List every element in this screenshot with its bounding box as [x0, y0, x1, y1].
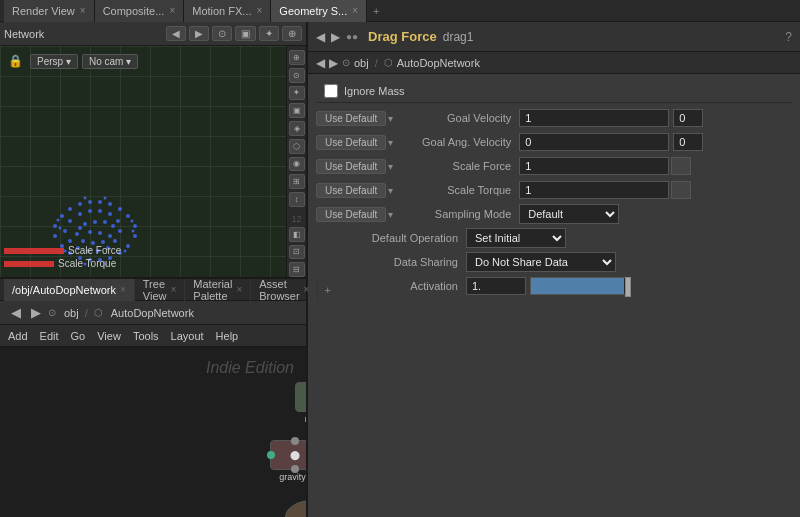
scale-force-input[interactable]: [519, 157, 669, 175]
svg-point-33: [63, 229, 67, 233]
scale-torque-slider[interactable]: [671, 181, 691, 199]
use-default-btn-2[interactable]: Use Default: [316, 159, 386, 174]
net-tab-close-2[interactable]: ×: [236, 284, 242, 295]
view-btn-4[interactable]: ⊕: [282, 26, 302, 41]
lock-icon[interactable]: 🔒: [8, 54, 23, 68]
data-sharing-select[interactable]: Do Not Share Data Share Data: [466, 252, 616, 272]
sampling-mode-select[interactable]: Default Per Step Per Substep: [519, 204, 619, 224]
node-merge1[interactable]: ▽ merge1: [295, 382, 306, 424]
svg-point-51: [124, 250, 127, 253]
goal-ang-velocity-right[interactable]: [673, 133, 703, 151]
goal-ang-velocity-row: Use Default ▾ Goal Ang. Velocity: [316, 131, 792, 153]
tab-close-geometry[interactable]: ×: [352, 5, 358, 16]
svg-point-25: [116, 219, 120, 223]
menu-view[interactable]: View: [97, 330, 121, 342]
svg-point-55: [104, 197, 107, 200]
goal-velocity-label: Goal Velocity: [399, 112, 519, 124]
default-arrow-1[interactable]: ▾: [388, 137, 393, 148]
net-tab-tree[interactable]: Tree View ×: [135, 279, 186, 301]
side-icon-5[interactable]: ◈: [289, 121, 305, 136]
tab-composite[interactable]: Composite... ×: [95, 0, 185, 22]
scale-torque-input[interactable]: [519, 181, 669, 199]
nav-btn-2[interactable]: ▶: [189, 26, 209, 41]
viewport-3d: 🔒 Persp ▾ No cam ▾: [0, 46, 306, 277]
menu-go[interactable]: Go: [71, 330, 86, 342]
bottom-section: /obj/AutoDopNetwork × Tree View × Materi…: [0, 277, 306, 517]
persp-btn[interactable]: Persp ▾: [30, 54, 78, 69]
side-icon-8[interactable]: ⊞: [289, 174, 305, 189]
ignore-mass-checkbox[interactable]: [324, 84, 338, 98]
svg-point-45: [98, 231, 102, 235]
sampling-mode-label: Sampling Mode: [399, 208, 519, 220]
menu-layout[interactable]: Layout: [171, 330, 204, 342]
side-icon-1[interactable]: ⊕: [289, 50, 305, 65]
nav-btn-1[interactable]: ◀: [166, 26, 186, 41]
net-forward-btn[interactable]: ▶: [28, 305, 44, 320]
goal-velocity-right[interactable]: [673, 109, 703, 127]
menu-edit[interactable]: Edit: [40, 330, 59, 342]
net-back-btn[interactable]: ◀: [8, 305, 24, 320]
net-tab-add[interactable]: +: [318, 284, 336, 296]
use-default-btn-1[interactable]: Use Default: [316, 135, 386, 150]
scale-torque-default: Use Default ▾: [316, 183, 393, 198]
tab-render-view[interactable]: Render View ×: [4, 0, 95, 22]
node-output[interactable]: ⚙ output: [285, 500, 306, 517]
svg-point-6: [108, 202, 112, 206]
default-arrow-3[interactable]: ▾: [388, 185, 393, 196]
tab-motion-fx[interactable]: Motion FX... ×: [184, 0, 271, 22]
default-operation-row: Default Operation Set Initial Set Always: [316, 227, 792, 249]
no-cam-btn[interactable]: No cam ▾: [82, 54, 138, 69]
props-back-btn[interactable]: ◀: [316, 30, 325, 44]
net-tab-asset[interactable]: Asset Browser ×: [251, 279, 318, 301]
side-icon-2[interactable]: ⊙: [289, 68, 305, 83]
view-btn-3[interactable]: ✦: [259, 26, 279, 41]
default-arrow-4[interactable]: ▾: [388, 209, 393, 220]
props-title: Drag Force: [368, 29, 437, 44]
side-icon-4[interactable]: ▣: [289, 103, 305, 118]
canvas-num: 12: [291, 214, 301, 224]
parameters-area: Ignore Mass Use Default ▾ Goal Velocity …: [308, 74, 800, 517]
tab-add-button[interactable]: +: [367, 5, 385, 17]
use-default-btn-0[interactable]: Use Default: [316, 111, 386, 126]
side-icon-12[interactable]: ⊟: [289, 262, 305, 277]
tab-geometry[interactable]: Geometry S... ×: [271, 0, 367, 22]
net-tab-material[interactable]: Material Palette ×: [185, 279, 251, 301]
side-icon-7[interactable]: ◉: [289, 157, 305, 172]
net-tab-autodop[interactable]: /obj/AutoDopNetwork ×: [4, 279, 135, 301]
net-tab-close-3[interactable]: ×: [304, 284, 310, 295]
props-toolbar-back[interactable]: ◀: [316, 56, 325, 70]
side-icon-3[interactable]: ✦: [289, 86, 305, 101]
view-btn-2[interactable]: ▣: [235, 26, 256, 41]
default-arrow-0[interactable]: ▾: [388, 113, 393, 124]
use-default-btn-4[interactable]: Use Default: [316, 207, 386, 222]
node-gravity1[interactable]: ⬤ gravity1: [270, 440, 306, 482]
side-icon-9[interactable]: ↕: [289, 192, 305, 207]
side-icon-6[interactable]: ⬡: [289, 139, 305, 154]
tab-close-render[interactable]: ×: [80, 5, 86, 16]
activation-input[interactable]: [466, 277, 526, 295]
activation-slider[interactable]: [530, 277, 630, 295]
goal-ang-velocity-input[interactable]: [519, 133, 669, 151]
side-icon-11[interactable]: ⊡: [289, 245, 305, 260]
gravity1-output-bottom: [291, 465, 299, 473]
goal-velocity-input[interactable]: [519, 109, 669, 127]
menu-help[interactable]: Help: [216, 330, 239, 342]
scale-force-slider[interactable]: [671, 157, 691, 175]
props-help-btn[interactable]: ?: [785, 30, 792, 44]
view-btn-1[interactable]: ⊙: [212, 26, 232, 41]
net-tab-close-0[interactable]: ×: [120, 284, 126, 295]
props-forward-btn[interactable]: ▶: [331, 30, 340, 44]
default-arrow-2[interactable]: ▾: [388, 161, 393, 172]
activation-slider-handle[interactable]: [625, 277, 631, 297]
tab-close-motion[interactable]: ×: [257, 5, 263, 16]
tab-close-composite[interactable]: ×: [169, 5, 175, 16]
default-operation-select[interactable]: Set Initial Set Always: [466, 228, 566, 248]
menu-tools[interactable]: Tools: [133, 330, 159, 342]
net-tab-close-1[interactable]: ×: [170, 284, 176, 295]
props-toolbar-fwd[interactable]: ▶: [329, 56, 338, 70]
svg-point-32: [68, 239, 72, 243]
side-icon-10[interactable]: ◧: [289, 227, 305, 242]
use-default-btn-3[interactable]: Use Default: [316, 183, 386, 198]
scale-torque-bar: [4, 261, 54, 267]
menu-add[interactable]: Add: [8, 330, 28, 342]
